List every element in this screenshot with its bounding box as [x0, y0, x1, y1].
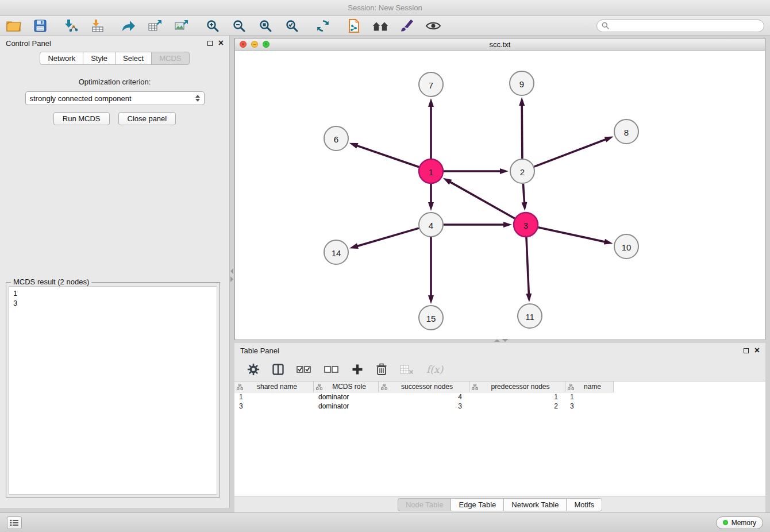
select-all-rows-icon[interactable] [297, 364, 311, 375]
horizontal-splitter[interactable] [234, 340, 765, 343]
mcds-result-list[interactable]: 13 [9, 286, 217, 495]
graph-edge-arrowhead [605, 137, 614, 142]
splitter-collapse-icon[interactable] [494, 339, 508, 342]
search-icon [602, 22, 609, 29]
network-graph[interactable]: 7968124314101511 [235, 51, 765, 340]
graph-edge-3-1[interactable] [449, 182, 515, 218]
refresh-icon[interactable] [315, 18, 331, 33]
cell-successor-nodes[interactable]: 4 [379, 392, 469, 402]
graph-node-label: 4 [429, 221, 433, 230]
tab-node-table[interactable]: Node Table [398, 498, 452, 511]
task-history-button[interactable] [7, 516, 22, 529]
create-column-plus-icon[interactable] [352, 364, 363, 375]
graph-node-label: 14 [332, 248, 341, 258]
graph-edge-4-14[interactable] [357, 228, 419, 246]
graph-edge-arrowhead [519, 97, 525, 106]
status-bar: Memory [0, 512, 770, 532]
tab-select[interactable]: Select [115, 52, 152, 65]
window-controls: × – + [240, 41, 270, 48]
run-mcds-button[interactable]: Run MCDS [53, 112, 110, 125]
tab-network[interactable]: Network [40, 52, 83, 65]
deselect-all-rows-icon[interactable] [324, 364, 339, 375]
cell-name[interactable]: 3 [565, 402, 614, 411]
zoom-selected-icon[interactable] [284, 18, 300, 33]
cell-name[interactable]: 1 [565, 392, 614, 402]
column-header-name[interactable]: name [565, 381, 614, 392]
search-field[interactable] [596, 20, 764, 32]
table-settings-gear-icon[interactable] [247, 363, 260, 376]
tab-motifs[interactable]: Motifs [566, 498, 602, 511]
column-header-label: name [575, 383, 613, 391]
home-view-icon[interactable] [372, 18, 388, 33]
table-row[interactable]: 1dominator411 [234, 392, 765, 402]
graph-edge-1-6[interactable] [356, 145, 419, 167]
graph-node-label: 8 [624, 128, 629, 137]
graph-edge-3-10[interactable] [538, 228, 605, 242]
table-tabs: Node TableEdge TableNetwork TableMotifs [234, 496, 765, 512]
cell-shared-name[interactable]: 3 [234, 402, 314, 411]
delete-column-trash-icon[interactable] [376, 363, 387, 376]
network-canvas[interactable]: 7968124314101511 [235, 51, 765, 340]
function-builder-icon-disabled: f(x) [426, 364, 443, 375]
close-panel-icon[interactable]: × [218, 38, 224, 48]
minimize-window-icon[interactable]: – [251, 41, 258, 48]
import-table-icon[interactable] [90, 18, 106, 33]
splitter-collapse-icon[interactable] [230, 268, 233, 282]
close-panel-button[interactable]: Close panel [118, 112, 176, 125]
graph-edge-arrowhead [503, 222, 512, 228]
graph-edge-arrowhead [428, 202, 434, 211]
export-table-icon[interactable] [147, 18, 163, 33]
graph-edge-2-3[interactable] [523, 184, 524, 203]
column-header-mcds-role[interactable]: MCDS role [314, 381, 379, 392]
table-panel-header: Table Panel × [234, 343, 765, 358]
vertical-splitter[interactable] [230, 36, 234, 512]
column-header-predecessor-nodes[interactable]: predecessor nodes [469, 381, 565, 392]
export-image-icon[interactable] [174, 18, 190, 33]
graph-edge-2-8[interactable] [534, 139, 607, 167]
optimization-criterion-select[interactable]: strongly connected component [25, 91, 205, 105]
float-panel-icon[interactable] [744, 348, 749, 353]
column-header-label: MCDS role [324, 383, 378, 391]
graph-edge-3-11[interactable] [526, 237, 529, 295]
table-header-row: shared nameMCDS rolesuccessor nodesprede… [234, 381, 765, 392]
cell-shared-name[interactable]: 1 [234, 392, 314, 402]
memory-button[interactable]: Memory [716, 516, 763, 529]
tab-style[interactable]: Style [83, 52, 116, 65]
graph-node-label: 1 [429, 167, 433, 177]
save-session-icon[interactable] [32, 18, 48, 33]
column-header-shared-name[interactable]: shared name [234, 381, 314, 392]
cell-mcds-role[interactable]: dominator [314, 402, 379, 411]
cell-predecessor-nodes[interactable]: 1 [469, 392, 565, 402]
cell-mcds-role[interactable]: dominator [314, 392, 379, 402]
cell-predecessor-nodes[interactable]: 2 [469, 402, 565, 411]
network-window-title: scc.txt [490, 40, 511, 49]
tab-mcds[interactable]: MCDS [151, 52, 189, 65]
import-network-icon[interactable] [63, 18, 79, 33]
zoom-in-icon[interactable] [205, 18, 221, 33]
search-input[interactable] [612, 22, 759, 30]
float-panel-icon[interactable] [207, 41, 213, 46]
cell-successor-nodes[interactable]: 3 [379, 402, 469, 411]
export-network-icon[interactable] [121, 18, 137, 33]
zoom-window-icon[interactable]: + [263, 41, 270, 48]
column-header-label: predecessor nodes [479, 383, 565, 391]
open-session-icon[interactable] [6, 18, 22, 33]
show-hide-icon[interactable] [425, 18, 441, 33]
close-window-icon[interactable]: × [240, 41, 247, 48]
column-type-icon [568, 384, 574, 390]
table-panel: Table Panel × [234, 343, 765, 512]
graph-edge-2-9[interactable] [522, 105, 522, 159]
show-columns-icon[interactable] [272, 364, 284, 375]
table-row[interactable]: 3dominator323 [234, 402, 765, 411]
zoom-out-icon[interactable] [231, 18, 247, 33]
close-panel-icon[interactable]: × [754, 346, 760, 355]
apply-style-icon[interactable] [399, 18, 415, 33]
column-header-successor-nodes[interactable]: successor nodes [379, 381, 469, 392]
zoom-fit-icon[interactable] [257, 18, 274, 33]
result-line: 1 [13, 288, 213, 298]
graph-edge-arrowhead [521, 202, 527, 211]
copy-view-icon[interactable] [346, 18, 362, 33]
tab-network-table[interactable]: Network Table [503, 498, 567, 511]
result-line: 3 [13, 298, 213, 308]
tab-edge-table[interactable]: Edge Table [451, 498, 504, 511]
